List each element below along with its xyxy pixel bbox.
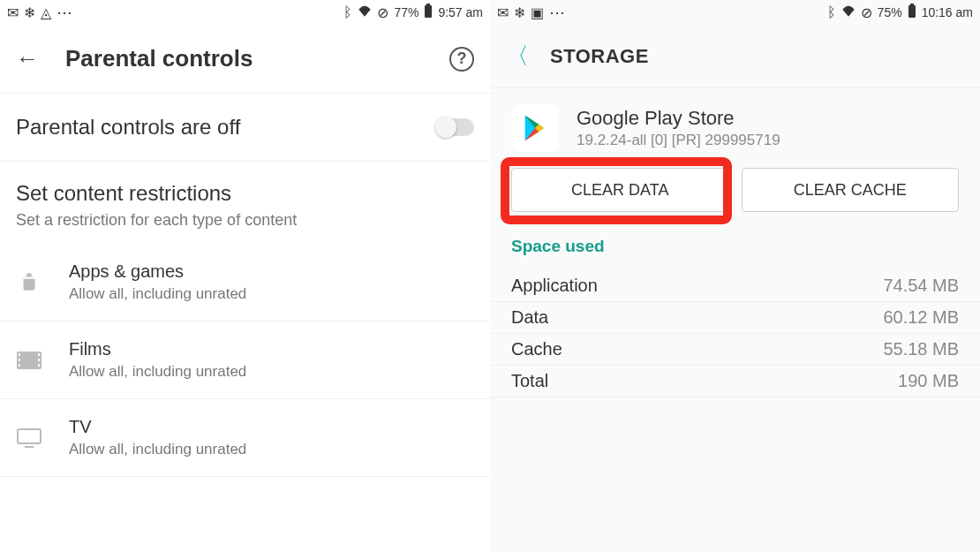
- svg-rect-9: [38, 359, 40, 361]
- clock: 10:16 am: [922, 5, 973, 19]
- play-store-icon: [511, 104, 559, 152]
- svg-point-3: [31, 275, 33, 276]
- toggle-label: Parental controls are off: [16, 115, 240, 140]
- battery-icon: [424, 4, 433, 21]
- svg-rect-4: [17, 352, 41, 369]
- svg-rect-11: [18, 429, 41, 443]
- svg-rect-13: [908, 5, 916, 18]
- clear-data-button[interactable]: CLEAR DATA: [511, 168, 729, 212]
- battery-percent: 75%: [878, 5, 902, 19]
- android-icon: [16, 272, 42, 293]
- dnd-icon: ⊘: [861, 4, 872, 21]
- storage-row-total: Total 190 MB: [490, 366, 980, 397]
- more-icon: ⋯: [549, 3, 567, 22]
- battery-percent: 77%: [394, 5, 418, 19]
- storage-row-data: Data 60.12 MB: [490, 302, 980, 334]
- restriction-item-films[interactable]: Films Allow all, including unrated: [0, 321, 490, 399]
- storage-val: 55.18 MB: [883, 339, 959, 359]
- clock: 9:57 am: [438, 5, 483, 19]
- page-title: Parental controls: [65, 45, 253, 72]
- svg-rect-0: [425, 5, 432, 18]
- item-subtitle: Allow all, including unrated: [69, 285, 246, 303]
- svg-rect-6: [19, 359, 20, 361]
- dnd-icon: ⊘: [377, 4, 388, 21]
- battery-icon: [908, 4, 916, 21]
- item-title: TV: [69, 417, 246, 437]
- storage-key: Cache: [511, 339, 562, 359]
- header: 〈 STORAGE: [490, 25, 980, 88]
- bluetooth-icon: ᛒ: [827, 4, 836, 20]
- section-header: Set content restrictions Set a restricti…: [0, 162, 490, 244]
- svg-rect-10: [38, 364, 40, 367]
- storage-key: Total: [511, 371, 548, 391]
- gmail-icon: ✉: [497, 4, 509, 21]
- storage-row-cache: Cache 55.18 MB: [490, 334, 980, 366]
- storage-val: 60.12 MB: [883, 307, 959, 328]
- section-subtitle: Set a restriction for each type of conte…: [16, 211, 474, 230]
- svg-rect-7: [19, 364, 20, 367]
- app-version: 19.2.24-all [0] [PR] 299995719: [577, 132, 780, 149]
- storage-row-application: Application 74.54 MB: [490, 270, 980, 302]
- status-bar: ✉ ❄ ◬ ⋯ ᛒ ⊘ 77% 9:57 am: [0, 0, 490, 25]
- restriction-item-tv[interactable]: TV Allow all, including unrated: [0, 399, 490, 477]
- svg-rect-5: [19, 353, 20, 356]
- more-icon: ⋯: [57, 3, 74, 22]
- restriction-item-apps-games[interactable]: Apps & games Allow all, including unrate…: [0, 244, 490, 321]
- svg-point-2: [26, 275, 27, 276]
- button-row: CLEAR DATA CLEAR CACHE: [490, 159, 980, 228]
- header: ← Parental controls ?: [0, 25, 490, 94]
- parental-controls-toggle-row[interactable]: Parental controls are off: [0, 94, 490, 162]
- app-info: Google Play Store 19.2.24-all [0] [PR] 2…: [490, 88, 980, 159]
- item-subtitle: Allow all, including unrated: [69, 363, 246, 381]
- tv-icon: [16, 427, 42, 449]
- wifi-icon: [358, 4, 372, 20]
- snowflake-icon: ❄: [24, 4, 35, 21]
- item-title: Apps & games: [69, 261, 246, 282]
- svg-rect-8: [38, 353, 40, 356]
- storage-val: 74.54 MB: [883, 276, 959, 296]
- back-arrow-icon[interactable]: ←: [16, 45, 39, 72]
- svg-rect-1: [426, 4, 430, 5]
- gmail-icon: ✉: [7, 4, 19, 21]
- section-title: Set content restrictions: [16, 181, 474, 206]
- item-title: Films: [69, 339, 246, 359]
- app-name: Google Play Store: [577, 107, 780, 130]
- help-icon[interactable]: ?: [449, 47, 474, 72]
- film-icon: [16, 350, 42, 371]
- storage-val: 190 MB: [898, 371, 959, 391]
- item-subtitle: Allow all, including unrated: [69, 441, 246, 458]
- storage-key: Application: [511, 276, 598, 296]
- wifi-icon: [841, 4, 856, 20]
- pane-storage: ✉ ❄ ▣ ⋯ ᛒ ⊘ 75% 10:16 am 〈 STORAGE Googl…: [490, 0, 980, 552]
- pane-parental-controls: ✉ ❄ ◬ ⋯ ᛒ ⊘ 77% 9:57 am ← Parental contr…: [0, 0, 490, 552]
- drive-icon: ◬: [41, 4, 51, 21]
- snowflake-icon: ❄: [514, 4, 525, 21]
- back-chevron-icon[interactable]: 〈: [506, 41, 529, 72]
- parental-controls-toggle[interactable]: [437, 118, 474, 136]
- storage-key: Data: [511, 307, 548, 328]
- clear-cache-button[interactable]: CLEAR CACHE: [742, 168, 960, 212]
- svg-rect-14: [910, 4, 914, 5]
- image-icon: ▣: [531, 4, 544, 21]
- status-bar: ✉ ❄ ▣ ⋯ ᛒ ⊘ 75% 10:16 am: [490, 0, 980, 25]
- page-title: STORAGE: [550, 45, 649, 68]
- space-used-label: Space used: [490, 228, 980, 270]
- bluetooth-icon: ᛒ: [343, 4, 352, 20]
